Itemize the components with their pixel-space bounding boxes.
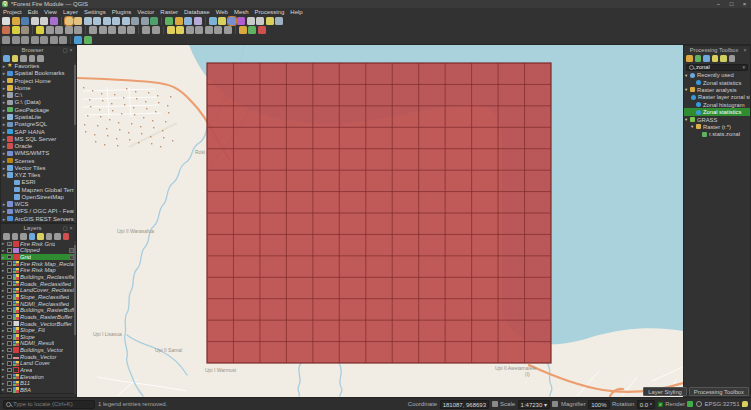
processing-options-icon[interactable] xyxy=(729,55,736,62)
layer-row[interactable]: ▸Slope_Fill xyxy=(1,327,76,334)
browser-item[interactable]: ▸Scenes xyxy=(1,157,76,164)
menu-plugins[interactable]: Plugins xyxy=(109,9,135,15)
browser-item[interactable]: ▸WFS / OGC API - Features xyxy=(1,208,76,215)
open-attribute-table-icon[interactable] xyxy=(247,17,255,25)
change-label-icon[interactable] xyxy=(224,26,232,34)
layout-manager-icon[interactable] xyxy=(40,17,48,25)
undo-icon[interactable] xyxy=(142,26,150,34)
menu-processing[interactable]: Processing xyxy=(252,9,288,15)
digitize-with-segment-icon[interactable] xyxy=(36,26,44,34)
lock-scale-icon[interactable] xyxy=(552,401,558,407)
browser-item[interactable]: ▾XYZ Tiles xyxy=(1,171,76,178)
layers-scrollbar[interactable] xyxy=(74,241,77,394)
processing-item[interactable]: Raster layer zonal statistics xyxy=(684,94,750,101)
layer-row[interactable]: ▸Fire Risk Map_Reclassified xyxy=(1,260,76,267)
layer-row[interactable]: ▸Fire Risk Map xyxy=(1,267,76,274)
layer-row[interactable]: ▸Area xyxy=(1,367,76,374)
scale-combo[interactable]: 1:47230 ▾ xyxy=(518,400,550,409)
browser-item[interactable]: ▸PostgreSQL xyxy=(1,121,76,128)
browser-item[interactable]: ▸WMS/WMTS xyxy=(1,150,76,157)
layer-row[interactable]: ▸Buildings_Vector xyxy=(1,347,76,354)
pan-to-selection-icon[interactable] xyxy=(74,17,82,25)
pin-labels-icon[interactable] xyxy=(186,26,194,34)
processing-item[interactable]: Zonal statistics xyxy=(684,79,750,86)
edit-features-in-place-icon[interactable] xyxy=(720,55,727,62)
osm-download-icon[interactable] xyxy=(239,26,247,34)
refresh-map-icon[interactable] xyxy=(150,17,158,25)
browser-item[interactable]: ▸Spatial Bookmarks xyxy=(1,70,76,77)
vertex-tool-icon[interactable] xyxy=(74,26,82,34)
layer-checkbox[interactable] xyxy=(7,348,12,353)
processing-toolbox-toggle-icon[interactable] xyxy=(228,17,236,25)
layer-checkbox[interactable] xyxy=(7,361,12,366)
browser-item[interactable]: ▸Oracle xyxy=(1,142,76,149)
browser-options-icon[interactable] xyxy=(37,55,44,62)
new-print-layout-icon[interactable] xyxy=(31,17,39,25)
layer-checkbox[interactable] xyxy=(7,301,12,306)
layer-checkbox[interactable] xyxy=(7,335,12,340)
locator-search-input[interactable]: Type to locate (Ctrl+K) xyxy=(3,400,95,409)
new-spatialite-layer-icon[interactable] xyxy=(184,17,192,25)
menu-vector[interactable]: Vector xyxy=(134,9,157,15)
new-shapefile-layer-icon[interactable] xyxy=(175,17,183,25)
processing-search-input[interactable]: zonal xyxy=(696,64,740,70)
layer-row[interactable]: ▸Roads_RasterBuffer xyxy=(1,314,76,321)
browser-item[interactable]: ▸WCS xyxy=(1,201,76,208)
menu-database[interactable]: Database xyxy=(181,9,213,15)
processing-results-viewer-icon[interactable] xyxy=(712,55,719,62)
layer-styling-tab[interactable]: Layer Styling xyxy=(643,387,687,396)
layer-row[interactable]: ▸B11 xyxy=(1,380,76,387)
osm-import-icon[interactable] xyxy=(248,26,256,34)
select-secondary-icon[interactable] xyxy=(50,36,58,44)
browser-item[interactable]: OpenStreetMap xyxy=(1,193,76,200)
layer-checkbox[interactable] xyxy=(7,341,12,346)
browser-item[interactable]: ESRI xyxy=(1,179,76,186)
magnifier-spinner[interactable]: 100% xyxy=(588,400,609,409)
zoom-to-selection-icon[interactable] xyxy=(112,17,120,25)
redo-icon[interactable] xyxy=(152,26,160,34)
menu-settings[interactable]: Settings xyxy=(81,9,109,15)
filter-legend-icon[interactable] xyxy=(29,233,36,240)
zoom-in-icon[interactable] xyxy=(84,17,92,25)
rotation-spinner[interactable]: 0.0 ° xyxy=(637,400,655,409)
plugin-icon-icon[interactable] xyxy=(84,36,92,44)
layer-row[interactable]: ▸Buildings_RasterBuffer xyxy=(1,307,76,314)
layer-checkbox[interactable] xyxy=(7,315,12,320)
layer-checkbox[interactable]: ✓ xyxy=(7,242,12,247)
maximize-button[interactable]: □ xyxy=(725,0,738,8)
render-checkbox[interactable]: ✓ xyxy=(658,402,663,407)
browser-item[interactable]: ▸G:\ (Data) xyxy=(1,99,76,106)
crs-button[interactable]: EPSG:32751 xyxy=(704,401,739,407)
layer-row[interactable]: ▸Grid xyxy=(1,254,76,261)
menu-web[interactable]: Web xyxy=(213,9,231,15)
pan-map-icon[interactable] xyxy=(65,17,73,25)
menu-view[interactable]: View xyxy=(41,9,60,15)
new-geopackage-layer-icon[interactable] xyxy=(165,17,173,25)
layer-row[interactable]: ▸Roads_VectorBuffer xyxy=(1,320,76,327)
layer-checkbox[interactable] xyxy=(7,275,12,280)
layer-checkbox[interactable] xyxy=(7,281,12,286)
zoom-in-secondary-icon[interactable] xyxy=(12,36,20,44)
menu-project[interactable]: Project xyxy=(0,9,25,15)
minimize-button[interactable]: − xyxy=(712,0,725,8)
zoom-out-icon[interactable] xyxy=(93,17,101,25)
browser-item[interactable]: ▸Vector Tiles xyxy=(1,164,76,171)
collapse-all-icon[interactable] xyxy=(20,55,27,62)
pointer-secondary-icon[interactable] xyxy=(59,36,67,44)
processing-item[interactable]: ▾Recently used xyxy=(684,72,750,79)
processing-toolbox-tab[interactable]: Processing Toolbox xyxy=(689,387,749,396)
filter-browser-icon[interactable] xyxy=(12,55,19,62)
layer-row[interactable]: ▸Clipped xyxy=(1,247,76,254)
zoom-out-secondary-icon[interactable] xyxy=(21,36,29,44)
select-features-icon[interactable] xyxy=(218,17,226,25)
layer-row[interactable]: ▸Buildings_Reclassified xyxy=(1,274,76,281)
layer-row[interactable]: ▸NDMI_Result xyxy=(1,340,76,347)
layer-row[interactable]: ▸Roads_Vector xyxy=(1,353,76,360)
layer-row[interactable]: ▸Roads_Reclassified xyxy=(1,280,76,287)
processing-item[interactable]: Zonal histogram xyxy=(684,101,750,108)
refresh-browser-icon[interactable] xyxy=(3,55,10,62)
style-manager-icon[interactable] xyxy=(50,17,58,25)
layer-row[interactable]: ▸NDMI_Reclassified xyxy=(1,300,76,307)
processing-item[interactable]: ▾Raster analysis xyxy=(684,86,750,93)
add-line-feature-icon[interactable] xyxy=(55,26,63,34)
